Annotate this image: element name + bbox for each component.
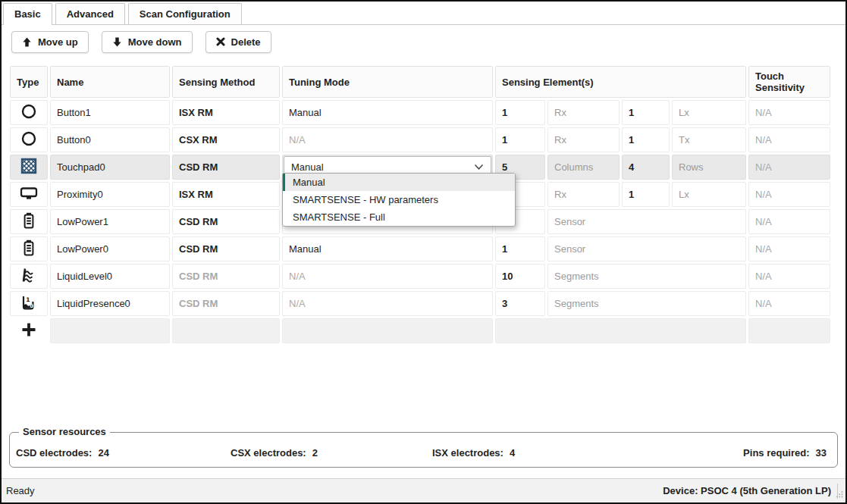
tuning-mode-cell[interactable]: Manual bbox=[282, 236, 493, 261]
svg-text:0: 0 bbox=[30, 303, 34, 309]
touch-sensitivity-cell[interactable]: N/A bbox=[748, 209, 830, 234]
move-down-label: Move down bbox=[128, 36, 182, 48]
sensing-method-cell[interactable]: CSD RM bbox=[172, 155, 280, 180]
capsense-configurator-window: { "tabs": [ { "label": "Basic", "active"… bbox=[0, 0, 847, 504]
col-header-sensing-method[interactable]: Sensing Method bbox=[172, 66, 280, 98]
dropdown-option[interactable]: Manual bbox=[283, 174, 515, 191]
csd-electrodes: CSD electrodes:24 bbox=[16, 447, 231, 459]
sensing-method-cell[interactable]: CSX RM bbox=[172, 127, 280, 152]
element-label-cell: Lx bbox=[672, 182, 746, 207]
name-cell[interactable]: LiquidPresence0 bbox=[50, 291, 170, 316]
element-count-cell[interactable]: 4 bbox=[622, 155, 670, 180]
delete-label: Delete bbox=[231, 36, 261, 48]
empty-tuning-mode-cell[interactable] bbox=[282, 318, 493, 343]
name-cell[interactable]: LowPower0 bbox=[50, 236, 170, 261]
delete-button[interactable]: Delete bbox=[205, 31, 271, 53]
empty-name-cell[interactable] bbox=[50, 318, 170, 343]
tuning-mode-dropdown-popup: ManualSMARTSENSE - HW parametersSMARTSEN… bbox=[282, 173, 516, 227]
empty-touch-sensitivity-cell[interactable] bbox=[748, 318, 830, 343]
name-cell[interactable]: LiquidLevel0 bbox=[50, 264, 170, 289]
device-label: Device: PSOC 4 (5th Generation LP) bbox=[663, 485, 831, 496]
move-down-button[interactable]: Move down bbox=[102, 31, 193, 53]
name-cell[interactable]: LowPower1 bbox=[50, 209, 170, 234]
element-count-cell[interactable]: 1 bbox=[495, 127, 545, 152]
sensing-method-cell[interactable]: ISX RM bbox=[172, 182, 280, 207]
element-label-cell: Segments bbox=[547, 291, 746, 316]
low-power-icon bbox=[10, 209, 48, 234]
table-row[interactable]: LiquidLevel0CSD RMN/A10SegmentsN/A bbox=[10, 264, 830, 289]
name-cell[interactable]: Proximity0 bbox=[50, 182, 170, 207]
move-up-button[interactable]: Move up bbox=[11, 31, 89, 53]
element-label-cell: Rx bbox=[547, 127, 620, 152]
plus-icon[interactable] bbox=[10, 318, 48, 343]
tuning-mode-cell[interactable]: N/A bbox=[282, 264, 493, 289]
element-label-cell: Sensor bbox=[547, 209, 746, 234]
element-count-cell[interactable]: 10 bbox=[495, 264, 545, 289]
name-cell[interactable]: Touchpad0 bbox=[50, 155, 170, 180]
touch-sensitivity-cell[interactable]: N/A bbox=[748, 182, 830, 207]
arrow-up-icon bbox=[22, 37, 32, 47]
element-label-cell: Tx bbox=[672, 127, 746, 152]
liquid-level-icon bbox=[10, 264, 48, 289]
status-bar: Ready Device: PSOC 4 (5th Generation LP) bbox=[2, 478, 845, 502]
table-row[interactable]: 10LiquidPresence0CSD RMN/A3SegmentsN/A bbox=[10, 291, 830, 316]
element-count-cell[interactable]: 1 bbox=[495, 100, 545, 125]
status-text: Ready bbox=[6, 485, 35, 496]
element-count-cell[interactable]: 1 bbox=[622, 100, 670, 125]
empty-sensing-elements-cell[interactable] bbox=[495, 318, 746, 343]
col-header-tuning-mode[interactable]: Tuning Mode bbox=[282, 66, 493, 98]
touch-sensitivity-cell[interactable]: N/A bbox=[748, 291, 830, 316]
element-label-cell: Rx bbox=[547, 182, 620, 207]
element-label-cell: Rows bbox=[672, 155, 746, 180]
table-row[interactable]: Button1ISX RMManual1Rx1LxN/A bbox=[10, 100, 830, 125]
button-icon bbox=[10, 100, 48, 125]
sensing-method-cell[interactable]: CSD RM bbox=[172, 291, 280, 316]
touch-sensitivity-cell[interactable]: N/A bbox=[748, 127, 830, 152]
tuning-mode-cell[interactable]: Manual bbox=[282, 100, 493, 125]
button-icon bbox=[10, 127, 48, 152]
table-row[interactable]: Button0CSX RMN/A1Rx1TxN/A bbox=[10, 127, 830, 152]
tab-advanced[interactable]: Advanced bbox=[55, 3, 125, 24]
dropdown-option[interactable]: SMARTSENSE - HW parameters bbox=[283, 191, 515, 208]
touch-sensitivity-cell[interactable]: N/A bbox=[748, 155, 830, 180]
touchpad-icon bbox=[10, 155, 48, 180]
touch-sensitivity-cell[interactable]: N/A bbox=[748, 100, 830, 125]
tab-bar: Basic Advanced Scan Configuration bbox=[2, 2, 845, 25]
element-label-cell: Rx bbox=[547, 100, 620, 125]
csx-electrodes: CSX electrodes:2 bbox=[231, 447, 432, 459]
resize-grip-icon[interactable] bbox=[836, 489, 843, 500]
element-count-cell[interactable]: 1 bbox=[622, 182, 670, 207]
x-icon bbox=[216, 37, 225, 46]
table-row[interactable]: LowPower0CSD RMManual1SensorN/A bbox=[10, 236, 830, 261]
arrow-down-icon bbox=[112, 37, 122, 47]
element-count-cell[interactable]: 3 bbox=[495, 291, 545, 316]
toolbar: Move up Move down Delete bbox=[2, 25, 845, 58]
sensing-method-cell[interactable]: ISX RM bbox=[172, 100, 280, 125]
touch-sensitivity-cell[interactable]: N/A bbox=[748, 236, 830, 261]
name-cell[interactable]: Button1 bbox=[50, 100, 170, 125]
sensing-method-cell[interactable]: CSD RM bbox=[172, 236, 280, 261]
tab-scan-configuration[interactable]: Scan Configuration bbox=[128, 3, 242, 24]
combobox-value: Manual bbox=[291, 161, 324, 173]
element-count-cell[interactable]: 1 bbox=[495, 236, 545, 261]
svg-text:1: 1 bbox=[26, 296, 30, 303]
sensing-method-cell[interactable]: CSD RM bbox=[172, 264, 280, 289]
tuning-mode-cell[interactable]: N/A bbox=[282, 291, 493, 316]
col-header-sensing-elements[interactable]: Sensing Element(s) bbox=[495, 66, 746, 98]
empty-sensing-method-cell[interactable] bbox=[172, 318, 280, 343]
tab-basic[interactable]: Basic bbox=[3, 3, 52, 25]
col-header-name[interactable]: Name bbox=[50, 66, 170, 98]
pins-required: Pins required:33 bbox=[743, 447, 827, 459]
element-label-cell: Sensor bbox=[547, 236, 746, 261]
col-header-touch-sensitivity[interactable]: Touch Sensitivity bbox=[748, 66, 830, 98]
element-count-cell[interactable]: 1 bbox=[622, 127, 670, 152]
tuning-mode-cell[interactable]: N/A bbox=[282, 127, 493, 152]
col-header-type[interactable]: Type bbox=[10, 66, 48, 98]
element-label-cell: Columns bbox=[547, 155, 620, 180]
dropdown-option[interactable]: SMARTSENSE - Full bbox=[283, 208, 515, 226]
add-sensor-row[interactable] bbox=[10, 318, 830, 343]
name-cell[interactable]: Button0 bbox=[50, 127, 170, 152]
touch-sensitivity-cell[interactable]: N/A bbox=[748, 264, 830, 289]
sensor-table-area: Type Name Sensing Method Tuning Mode Sen… bbox=[2, 58, 845, 432]
sensing-method-cell[interactable]: CSD RM bbox=[172, 209, 280, 234]
